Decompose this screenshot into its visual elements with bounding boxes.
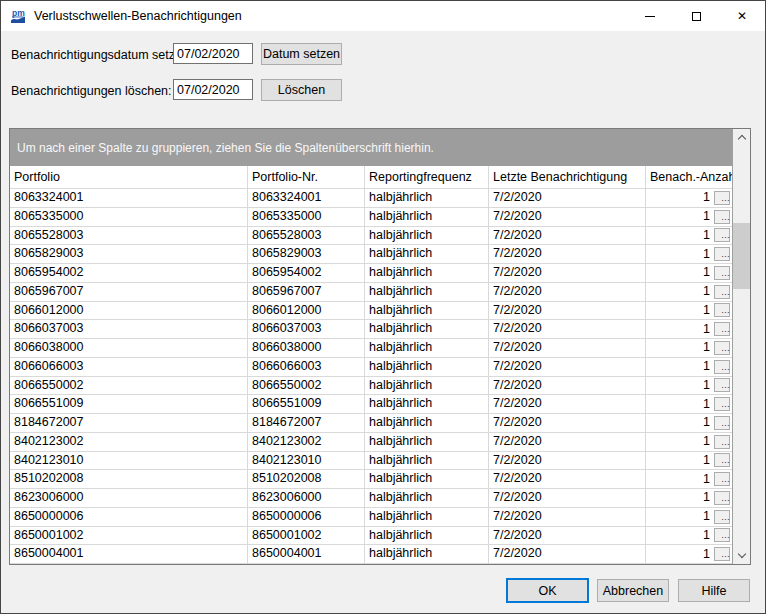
row-ellipsis-button[interactable]: …	[714, 491, 730, 505]
column-header-reportingfrequenz[interactable]: Reportingfrequenz	[365, 166, 489, 188]
column-header-portfolio[interactable]: Portfolio	[10, 166, 248, 188]
row-ellipsis-button[interactable]: …	[714, 416, 730, 430]
anzahl-value: 1	[703, 302, 710, 319]
maximize-button[interactable]	[673, 1, 719, 31]
table-row[interactable]: 80653350008065335000halbjährlich7/2/2020…	[10, 208, 732, 227]
row-ellipsis-button[interactable]: …	[714, 322, 730, 336]
table-row[interactable]: 85102020088510202008halbjährlich7/2/2020…	[10, 470, 732, 489]
minimize-icon	[645, 16, 655, 17]
cell-reportingfrequenz: halbjährlich	[365, 470, 489, 488]
cell-portfolio-nr: 8623006000	[248, 489, 365, 507]
vertical-scrollbar[interactable]	[733, 129, 750, 564]
table-row[interactable]: 80660120008066012000halbjährlich7/2/2020…	[10, 302, 732, 321]
row-ellipsis-button[interactable]: …	[714, 435, 730, 449]
cell-letzte-benachrichtigung: 7/2/2020	[489, 302, 646, 320]
cell-portfolio: 8650004001	[10, 545, 248, 563]
cell-portfolio-nr: 8065829003	[248, 245, 365, 263]
table-row[interactable]: 84021230108402123010halbjährlich7/2/2020…	[10, 452, 732, 471]
table-row[interactable]: 80660380008066038000halbjährlich7/2/2020…	[10, 339, 732, 358]
anzahl-value: 1	[703, 414, 710, 431]
row-ellipsis-button[interactable]: …	[714, 510, 730, 524]
cell-benach-anzahl: 1…	[646, 470, 732, 488]
cell-reportingfrequenz: halbjährlich	[365, 508, 489, 526]
clear-notifications-button[interactable]: Löschen	[261, 79, 342, 101]
row-ellipsis-button[interactable]: …	[714, 210, 730, 224]
table-row[interactable]: 80659540028065954002halbjährlich7/2/2020…	[10, 264, 732, 283]
row-ellipsis-button[interactable]: …	[714, 397, 730, 411]
cell-letzte-benachrichtigung: 7/2/2020	[489, 283, 646, 301]
table-row[interactable]: 80633240018063324001halbjährlich7/2/2020…	[10, 189, 732, 208]
cell-portfolio: 8066012000	[10, 302, 248, 320]
row-ellipsis-button[interactable]: …	[714, 528, 730, 542]
set-date-button[interactable]: Datum setzen	[261, 43, 342, 65]
cell-benach-anzahl: 1…	[646, 339, 732, 357]
table-row[interactable]: 80658290038065829003halbjährlich7/2/2020…	[10, 245, 732, 264]
set-date-input[interactable]	[173, 43, 253, 64]
column-header-letzte-benachrichtigung[interactable]: Letzte Benachrichtigung	[489, 166, 646, 188]
group-by-panel[interactable]: Um nach einer Spalte zu gruppieren, zieh…	[10, 129, 732, 166]
group-by-hint: Um nach einer Spalte zu gruppieren, zieh…	[17, 141, 434, 155]
cell-benach-anzahl: 1…	[646, 508, 732, 526]
cell-reportingfrequenz: halbjährlich	[365, 245, 489, 263]
ok-button[interactable]: OK	[506, 578, 589, 603]
table-row[interactable]: 80665510098066551009halbjährlich7/2/2020…	[10, 395, 732, 414]
column-header-portfolio-nr[interactable]: Portfolio-Nr.	[248, 166, 365, 188]
clear-date-input[interactable]	[173, 79, 253, 100]
table-row[interactable]: 80665500028066550002halbjährlich7/2/2020…	[10, 377, 732, 396]
column-header-benach-anzahl[interactable]: Benach.-Anzahl	[646, 166, 732, 188]
cell-portfolio-nr: 8065954002	[248, 264, 365, 282]
minimize-button[interactable]	[627, 1, 673, 31]
cell-portfolio-nr: 8510202008	[248, 470, 365, 488]
cell-letzte-benachrichtigung: 7/2/2020	[489, 245, 646, 263]
table-row[interactable]: 86500010028650001002halbjährlich7/2/2020…	[10, 527, 732, 546]
anzahl-value: 1	[703, 264, 710, 281]
svg-text:pm: pm	[12, 8, 25, 18]
scroll-up-button[interactable]	[733, 129, 750, 146]
help-button[interactable]: Hilfe	[678, 579, 750, 602]
cell-reportingfrequenz: halbjährlich	[365, 320, 489, 338]
scroll-down-button[interactable]	[733, 547, 750, 564]
cell-letzte-benachrichtigung: 7/2/2020	[489, 489, 646, 507]
anzahl-value: 1	[703, 546, 710, 563]
row-ellipsis-button[interactable]: …	[714, 472, 730, 486]
row-ellipsis-button[interactable]: …	[714, 285, 730, 299]
scrollbar-thumb[interactable]	[733, 223, 750, 289]
table-row[interactable]: 84021230028402123002halbjährlich7/2/2020…	[10, 433, 732, 452]
row-ellipsis-button[interactable]: …	[714, 303, 730, 317]
cell-portfolio-nr: 8066066003	[248, 358, 365, 376]
row-ellipsis-button[interactable]: …	[714, 266, 730, 280]
row-ellipsis-button[interactable]: …	[714, 453, 730, 467]
cell-reportingfrequenz: halbjährlich	[365, 189, 489, 207]
cell-benach-anzahl: 1…	[646, 302, 732, 320]
table-row[interactable]: 80660370038066037003halbjährlich7/2/2020…	[10, 320, 732, 339]
cancel-button[interactable]: Abbrechen	[597, 579, 669, 602]
table-row[interactable]: 80655280038065528003halbjährlich7/2/2020…	[10, 227, 732, 246]
cell-portfolio-nr: 8402123010	[248, 452, 365, 470]
table-row[interactable]: 80659670078065967007halbjährlich7/2/2020…	[10, 283, 732, 302]
row-ellipsis-button[interactable]: …	[714, 247, 730, 261]
table-row[interactable]: 86500040018650004001halbjährlich7/2/2020…	[10, 545, 732, 564]
row-ellipsis-button[interactable]: …	[714, 341, 730, 355]
row-ellipsis-button[interactable]: …	[714, 378, 730, 392]
cell-portfolio-nr: 8066012000	[248, 302, 365, 320]
row-ellipsis-button[interactable]: …	[714, 547, 730, 561]
close-button[interactable]: ✕	[719, 1, 765, 31]
cell-portfolio-nr: 8065528003	[248, 227, 365, 245]
cell-portfolio: 8066551009	[10, 395, 248, 413]
cell-benach-anzahl: 1…	[646, 452, 732, 470]
row-ellipsis-button[interactable]: …	[714, 360, 730, 374]
cell-portfolio-nr: 8063324001	[248, 189, 365, 207]
cell-benach-anzahl: 1…	[646, 527, 732, 545]
row-ellipsis-button[interactable]: …	[714, 228, 730, 242]
table-row[interactable]: 86500000068650000006halbjährlich7/2/2020…	[10, 508, 732, 527]
table-row[interactable]: 86230060008623006000halbjährlich7/2/2020…	[10, 489, 732, 508]
cell-reportingfrequenz: halbjährlich	[365, 452, 489, 470]
anzahl-value: 1	[703, 508, 710, 525]
cell-letzte-benachrichtigung: 7/2/2020	[489, 377, 646, 395]
table-row[interactable]: 80660660038066066003halbjährlich7/2/2020…	[10, 358, 732, 377]
row-ellipsis-button[interactable]: …	[714, 191, 730, 205]
cell-benach-anzahl: 1…	[646, 189, 732, 207]
chevron-down-icon	[737, 550, 745, 558]
cell-portfolio: 8650000006	[10, 508, 248, 526]
table-row[interactable]: 81846720078184672007halbjährlich7/2/2020…	[10, 414, 732, 433]
